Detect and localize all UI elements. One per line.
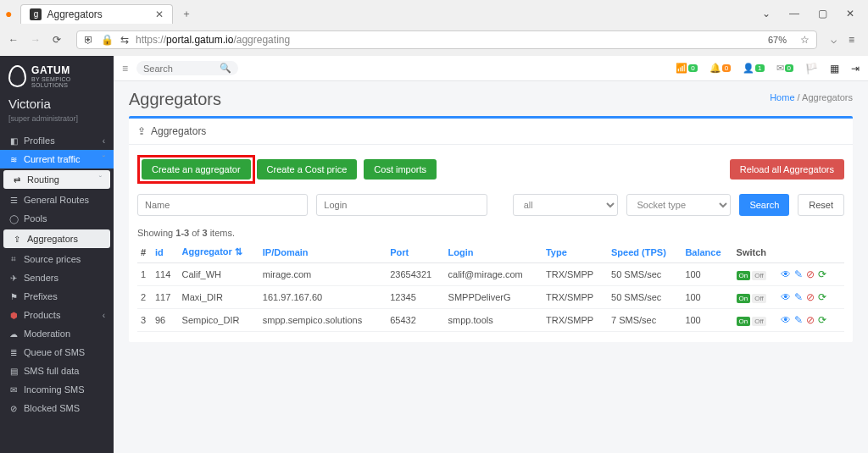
sidebar-item-label: Source prices	[24, 254, 81, 264]
bookmark-icon[interactable]: ☆	[800, 34, 810, 46]
sidebar-item-label: Profiles	[24, 135, 55, 146]
sidebar-item-incoming-sms[interactable]: ✉Incoming SMS	[0, 380, 114, 399]
profiles-icon: ◧	[8, 136, 19, 146]
sidebar-item-label: Prefixes	[24, 291, 58, 301]
panel-icon: ⇪	[137, 125, 146, 137]
reload-all-button[interactable]: Reload all Aggregators	[730, 159, 844, 180]
sidebar-item-profiles[interactable]: ◧Profiles‹	[0, 131, 114, 150]
sidebar-item-pools[interactable]: ◯Pools	[0, 209, 114, 228]
menu-icon[interactable]: ≡	[849, 34, 854, 46]
results-summary: Showing 1-3 of 3 items.	[137, 228, 844, 238]
hamburger-icon[interactable]: ≡	[122, 63, 128, 75]
search-box[interactable]: 🔍	[136, 61, 238, 75]
sidebar-item-label: SMS full data	[24, 366, 79, 376]
col-login[interactable]: Login	[445, 241, 542, 263]
edit-icon[interactable]: ✎	[794, 268, 803, 280]
topbar: ≡ 🔍 📶0 🔔0 👤1 ✉0 🏳️ ▦ ⇥	[114, 56, 868, 81]
sidebar-item-queue-of-sms[interactable]: ≣Queue of SMS	[0, 343, 114, 362]
delete-icon[interactable]: ⊘	[806, 314, 815, 326]
forward-icon: →	[31, 34, 41, 46]
col-speed-tps-[interactable]: Speed (TPS)	[608, 241, 682, 263]
delete-icon[interactable]: ⊘	[806, 268, 815, 280]
filter-name-input[interactable]	[137, 194, 308, 216]
close-window-icon[interactable]: ✕	[846, 8, 854, 19]
edit-icon[interactable]: ✎	[794, 314, 803, 326]
chevron-icon: ˇ	[99, 175, 102, 185]
address-bar[interactable]: ⛨ 🔒 ⇆ https://portal.gatum.io/aggregatin…	[76, 30, 817, 49]
sidebar-item-aggregators[interactable]: ⇪Aggregators	[3, 229, 110, 248]
flag-icon[interactable]: 🏳️	[805, 63, 818, 75]
col-aggregator[interactable]: Aggregator ⇅	[179, 241, 259, 263]
chevron-down-icon[interactable]: ⌄	[762, 8, 771, 19]
top-stat-2[interactable]: 🔔0	[709, 63, 731, 74]
pocket-icon[interactable]: ⌵	[831, 34, 837, 46]
sidebar-item-current-traffic[interactable]: ≋Current trafficˇ	[0, 150, 114, 168]
col-id[interactable]: id	[152, 241, 179, 263]
blocked-sms-icon: ⊘	[8, 404, 19, 413]
sidebar-item-label: General Routes	[24, 195, 89, 205]
refresh-icon[interactable]: ⟳	[818, 268, 826, 280]
filter-socket-select[interactable]: Socket type	[626, 194, 732, 216]
edit-icon[interactable]: ✎	[794, 291, 803, 303]
search-input[interactable]	[143, 64, 211, 74]
firefox-icon: ●	[5, 7, 12, 20]
sidebar-item-prefixes[interactable]: ⚑Prefixes	[0, 287, 114, 306]
sidebar-item-products[interactable]: ⬢Products‹	[0, 306, 114, 324]
col-ip-domain[interactable]: IP/Domain	[259, 241, 387, 263]
create-aggregator-button[interactable]: Create an aggregator	[142, 159, 251, 180]
new-tab-button[interactable]: ＋	[176, 7, 197, 21]
view-icon[interactable]: 👁	[781, 268, 791, 280]
chevron-icon: ‹	[103, 311, 105, 320]
sms-full-data-icon: ▤	[8, 367, 19, 376]
browser-tab[interactable]: g Aggregators ✕	[20, 4, 173, 24]
search-button[interactable]: Search	[739, 194, 789, 216]
reload-icon[interactable]: ⟳	[53, 34, 61, 46]
filter-all-select[interactable]: all	[513, 194, 618, 216]
logout-icon[interactable]: ⇥	[851, 63, 860, 75]
maximize-icon[interactable]: ▢	[818, 8, 827, 19]
switch-toggle[interactable]: OnOff	[737, 317, 766, 326]
grid-icon[interactable]: ▦	[830, 63, 839, 75]
table-row: 1114Calif_WHmirage.com23654321calif@mira…	[137, 263, 844, 286]
switch-toggle[interactable]: OnOff	[737, 294, 766, 303]
col-balance[interactable]: Balance	[682, 241, 732, 263]
minimize-icon[interactable]: —	[789, 8, 799, 19]
top-stat-3[interactable]: 👤1	[743, 63, 764, 74]
sidebar-item-label: Current traffic	[24, 154, 80, 164]
col-type[interactable]: Type	[542, 241, 608, 263]
create-cost-price-button[interactable]: Create a Cost price	[257, 159, 358, 180]
permissions-icon: ⇆	[120, 34, 129, 46]
view-icon[interactable]: 👁	[781, 314, 791, 326]
general-routes-icon: ☰	[8, 196, 19, 205]
zoom-level[interactable]: 67%	[768, 35, 787, 45]
refresh-icon[interactable]: ⟳	[818, 314, 826, 326]
search-icon[interactable]: 🔍	[220, 63, 231, 74]
reset-button[interactable]: Reset	[798, 194, 844, 216]
sidebar-item-label: Routing	[27, 174, 59, 185]
aggregators-table: #idAggregator ⇅IP/DomainPortLoginTypeSpe…	[137, 241, 844, 332]
top-stat-1[interactable]: 📶0	[676, 63, 697, 74]
cost-imports-button[interactable]: Cost imports	[364, 159, 437, 180]
back-icon[interactable]: ←	[8, 34, 19, 46]
sidebar-item-sms-full-data[interactable]: ▤SMS full data	[0, 362, 114, 380]
filter-login-input[interactable]	[316, 194, 487, 216]
sidebar-item-routing[interactable]: ⇄Routingˇ	[3, 170, 110, 189]
sidebar-item-blocked-sms[interactable]: ⊘Blocked SMS	[0, 399, 114, 417]
products-icon: ⬢	[8, 311, 19, 320]
view-icon[interactable]: 👁	[781, 291, 791, 303]
current-traffic-icon: ≋	[8, 155, 19, 164]
col-switch: Switch	[733, 241, 777, 263]
switch-toggle[interactable]: OnOff	[737, 271, 766, 280]
sidebar-item-senders[interactable]: ✈Senders	[0, 268, 114, 287]
col-port[interactable]: Port	[387, 241, 444, 263]
sidebar-item-label: Queue of SMS	[24, 347, 85, 357]
sidebar-item-moderation[interactable]: ☁Moderation	[0, 324, 114, 343]
close-tab-icon[interactable]: ✕	[155, 8, 164, 20]
favicon: g	[30, 8, 42, 20]
sidebar-item-general-routes[interactable]: ☰General Routes	[0, 191, 114, 209]
sidebar-item-source-prices[interactable]: ⌗Source prices	[0, 250, 114, 268]
delete-icon[interactable]: ⊘	[806, 291, 815, 303]
refresh-icon[interactable]: ⟳	[818, 291, 826, 303]
breadcrumb-home[interactable]: Home	[770, 92, 794, 102]
top-stat-4[interactable]: ✉0	[776, 63, 793, 74]
